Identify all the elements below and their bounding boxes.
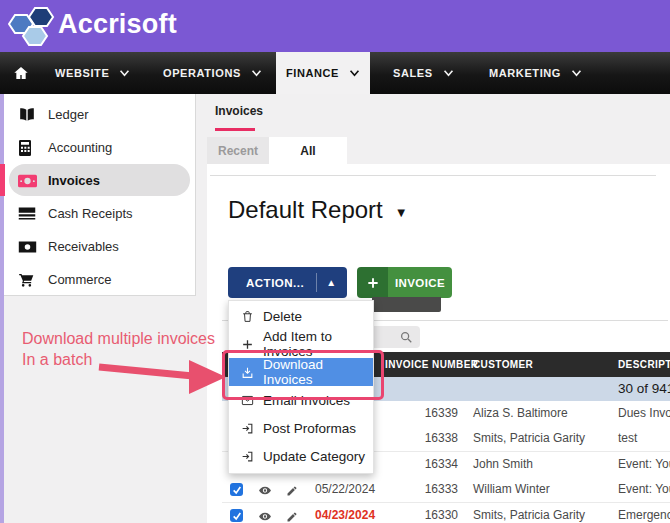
card-icon xyxy=(18,206,37,222)
chevron-down-icon xyxy=(571,69,582,77)
search-icon xyxy=(399,330,413,344)
new-invoice-button[interactable]: INVOICE xyxy=(357,267,452,298)
report-selector[interactable]: Default Report ▼ xyxy=(228,196,408,224)
column-header-description[interactable]: DESCRIPTION xyxy=(618,352,670,377)
sidebar-item-invoices[interactable]: Invoices xyxy=(4,164,195,197)
tab-recent[interactable]: Recent xyxy=(207,137,269,164)
overdue-date: 04/23/2024 xyxy=(315,503,375,523)
sidebar-item-commerce[interactable]: Commerce xyxy=(4,263,195,296)
check-icon xyxy=(232,485,242,495)
chevron-down-icon xyxy=(251,69,262,77)
check-icon xyxy=(232,511,242,521)
divider xyxy=(210,175,656,176)
app-header: Accrisoft xyxy=(0,0,670,52)
caret-up-icon: ▲ xyxy=(326,277,336,288)
sidebar-item-cash-receipts[interactable]: Cash Receipts xyxy=(4,197,195,230)
sidebar-item-receivables[interactable]: Receivables xyxy=(4,230,195,263)
cart-icon xyxy=(18,272,37,288)
edit-pencil-icon[interactable] xyxy=(286,483,298,501)
sign-in-icon xyxy=(241,422,254,435)
row-checkbox[interactable] xyxy=(230,483,243,496)
sidebar-item-ledger[interactable]: Ledger xyxy=(4,98,195,131)
home-button[interactable] xyxy=(13,52,29,94)
menu-item-delete[interactable]: Delete xyxy=(229,302,373,330)
sidebar-item-accounting[interactable]: Accounting xyxy=(4,131,195,164)
nav-item-website[interactable]: WEBSITE xyxy=(55,52,130,94)
finance-sidebar: Ledger Accounting Invoices Cash Receipts… xyxy=(4,94,196,296)
column-header-invoice-number[interactable]: INVOICE NUMBER xyxy=(385,352,478,377)
page-title: Invoices xyxy=(215,104,263,118)
active-item-accent-bar xyxy=(0,164,5,196)
chevron-down-icon xyxy=(349,69,360,77)
menu-item-update-category[interactable]: Update Category xyxy=(229,442,373,470)
annotation-text-line2: In a batch xyxy=(22,351,92,369)
edit-pencil-icon[interactable] xyxy=(286,509,298,523)
nav-item-finance[interactable]: FINANCE xyxy=(276,52,370,94)
brand-name: Accrisoft xyxy=(58,9,177,40)
record-count: 30 of 941 xyxy=(618,377,670,401)
chevron-down-icon xyxy=(443,69,454,77)
home-icon xyxy=(13,65,29,81)
annotation-arrow-icon xyxy=(95,356,229,396)
trash-icon xyxy=(241,310,254,323)
menu-item-post-proformas[interactable]: Post Proformas xyxy=(229,414,373,442)
annotation-highlight-box xyxy=(222,350,384,400)
column-header-customer[interactable]: CUSTOMER xyxy=(473,352,533,377)
annotation-text-line1: Download multiple invoices xyxy=(22,330,215,348)
caret-down-icon: ▼ xyxy=(395,201,408,220)
row-checkbox[interactable] xyxy=(230,509,243,522)
table-row[interactable]: 05/22/2024 16333 William Winter Event: Y… xyxy=(222,477,670,503)
nav-item-sales[interactable]: SALES xyxy=(393,52,454,94)
plus-icon xyxy=(357,267,388,298)
app-window: Accrisoft WEBSITE OPERATIONS FINANCE SAL… xyxy=(0,0,670,523)
nav-item-operations[interactable]: OPERATIONS xyxy=(163,52,262,94)
book-icon xyxy=(18,107,37,123)
nav-item-marketing[interactable]: MARKETING xyxy=(489,52,582,94)
tab-all[interactable]: All xyxy=(269,137,347,164)
sign-in-icon xyxy=(241,450,254,463)
main-nav: WEBSITE OPERATIONS FINANCE SALES MARKETI… xyxy=(0,52,670,94)
invoice-bill-icon xyxy=(18,173,37,189)
table-row[interactable]: 04/23/2024 16330 Smits, Patricia Garity … xyxy=(222,503,670,523)
view-icon[interactable] xyxy=(258,483,272,501)
action-button[interactable]: ACTION... ▲ xyxy=(228,267,347,298)
title-underline xyxy=(215,128,255,131)
money-icon xyxy=(18,239,37,255)
partially-hidden-button[interactable] xyxy=(372,297,441,312)
plus-icon xyxy=(241,338,254,351)
chevron-down-icon xyxy=(119,69,130,77)
view-icon[interactable] xyxy=(258,509,272,523)
calculator-icon xyxy=(18,140,37,156)
accrisoft-logo-icon xyxy=(8,5,56,47)
